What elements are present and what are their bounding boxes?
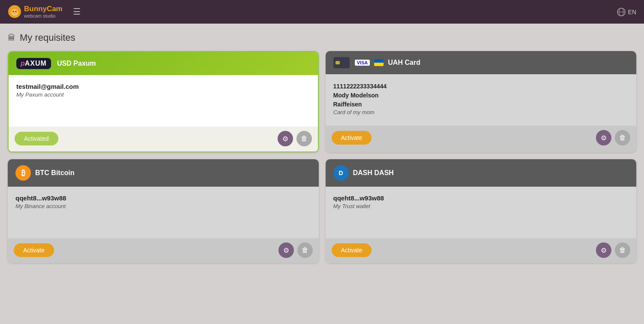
gear-icon: ⚙ [601,134,607,142]
uah-delete-button[interactable]: 🗑 [615,130,630,145]
svg-point-6 [14,13,15,14]
card-btc: ₿ BTC Bitcoin qqeht8...w93w88 My Binance… [8,159,319,263]
gear-icon: ⚙ [283,246,289,254]
dash-activate-button[interactable]: Activate [332,243,372,257]
card-uah-header: VISA UAH Card [326,51,637,74]
card-uah-footer: Activate ⚙ 🗑 [326,126,637,151]
btc-address: qqeht8...w93w88 [15,194,311,202]
dash-coin-icon: D [333,165,349,181]
uah-bank: Raiffeisen [333,100,629,109]
uah-activate-button[interactable]: Activate [332,131,372,145]
uah-header-title: UAH Card [388,59,420,67]
uah-note: Card of my mom [333,109,629,115]
gear-icon: ⚙ [282,135,288,143]
logo-text: BunnyCam webcam studio [24,5,63,19]
btc-settings-button[interactable]: ⚙ [278,242,294,258]
paxum-delete-button[interactable]: 🗑 [296,131,312,146]
btc-footer-actions: ⚙ 🗑 [278,242,313,258]
dash-delete-button[interactable]: 🗑 [615,242,630,258]
card-paxum-footer: Activated ⚙ 🗑 [9,127,318,151]
svg-point-5 [15,11,17,12]
logo-area: BunnyCam webcam studio [8,5,63,19]
card-dash-footer: Activate ⚙ 🗑 [326,238,637,263]
btc-delete-button[interactable]: 🗑 [297,242,313,258]
header: BunnyCam webcam studio ☰ EN [0,0,644,24]
bitcoin-icon: ₿ [15,165,31,181]
cards-grid: p AXUM USD Paxum testmail@gmail.com My P… [8,51,636,263]
visa-logo: VISA [355,60,370,66]
paxum-activated-button: Activated [15,132,58,145]
trash-icon: 🗑 [302,246,308,254]
paxum-email: testmail@gmail.com [16,83,310,90]
dash-settings-button[interactable]: ⚙ [596,242,611,258]
ukraine-flag-icon [374,59,384,66]
paxum-footer-actions: ⚙ 🗑 [278,131,312,146]
gear-icon: ⚙ [601,246,607,254]
btc-header-title: BTC Bitcoin [35,169,75,177]
globe-icon [617,8,626,16]
hamburger-menu[interactable]: ☰ [70,5,84,18]
paxum-settings-button[interactable]: ⚙ [278,131,293,146]
page-title: My requisites [20,32,76,43]
dash-header-title: DASH DASH [353,169,394,177]
card-paxum-header: p AXUM USD Paxum [9,52,318,75]
svg-point-3 [11,9,18,16]
trash-icon: 🗑 [301,135,308,142]
svg-point-4 [13,11,14,12]
card-paxum-body: testmail@gmail.com My Paxum account [9,75,318,127]
uah-cardholder: Mody Modelson [333,91,629,100]
btc-activate-button[interactable]: Activate [14,243,54,257]
uah-card-number: 1111222233334444 [333,82,629,91]
card-dash-header: D DASH DASH [326,159,637,187]
bunny-logo-icon [8,5,21,18]
page-title-icon: 🏛 [8,33,15,42]
page-title-row: 🏛 My requisites [8,32,636,43]
header-right: EN [617,8,636,16]
header-left: BunnyCam webcam studio ☰ [8,5,84,19]
card-uah: VISA UAH Card 1111222233334444 Mody Mode… [326,51,637,152]
uah-footer-actions: ⚙ 🗑 [596,130,630,145]
card-btc-body: qqeht8...w93w88 My Binance account [8,187,319,238]
card-dash-body: qqeht8...w93w88 My Trust wallet [326,187,637,238]
brand-name: BunnyCam [24,5,63,13]
uah-settings-button[interactable]: ⚙ [596,130,611,145]
brand-sub: webcam studio [24,13,63,19]
dash-footer-actions: ⚙ 🗑 [596,242,630,258]
paxum-logo: p AXUM [16,58,51,69]
dash-address: qqeht8...w93w88 [333,194,629,202]
card-btc-footer: Activate ⚙ 🗑 [8,238,319,263]
bank-card-icon [333,57,350,68]
card-uah-body: 1111222233334444 Mody Modelson Raiffeise… [326,74,637,126]
chip-icon [336,61,340,64]
trash-icon: 🗑 [619,246,626,254]
language-label[interactable]: EN [628,9,636,15]
card-btc-header: ₿ BTC Bitcoin [8,159,319,187]
paxum-header-title: USD Paxum [57,60,96,67]
dash-note: My Trust wallet [333,203,629,209]
btc-note: My Binance account [15,203,311,209]
card-paxum: p AXUM USD Paxum testmail@gmail.com My P… [8,51,319,152]
trash-icon: 🗑 [619,134,626,142]
card-dash: D DASH DASH qqeht8...w93w88 My Trust wal… [326,159,637,263]
paxum-note: My Paxum account [16,91,310,98]
main-content: 🏛 My requisites p AXUM USD Paxum testmai… [0,24,644,272]
